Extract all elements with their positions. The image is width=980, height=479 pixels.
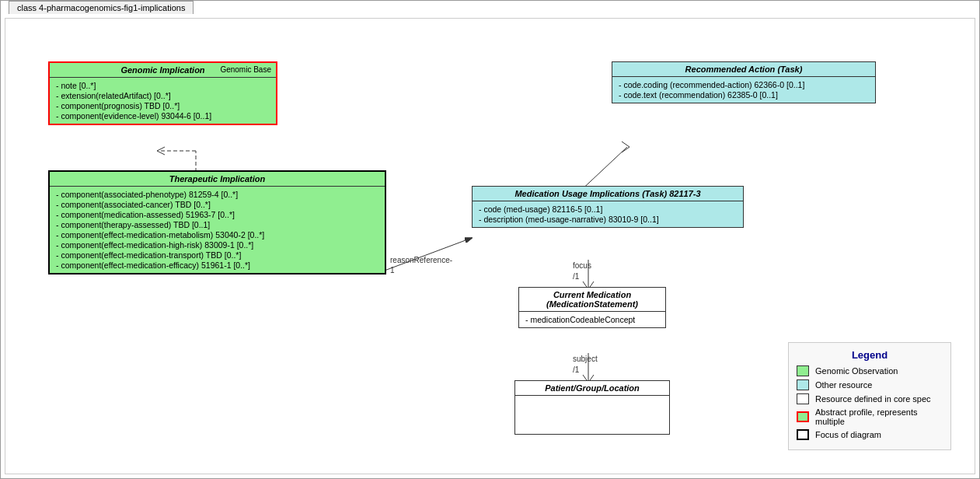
legend-white-box (797, 393, 809, 404)
genomic-item-1: note [0..*] (56, 81, 270, 90)
legend-focus-label: Focus of diagram (815, 430, 881, 439)
focus-label: focus (573, 261, 591, 270)
medication-item-2: description (med-usage-narrative) 83010-… (479, 215, 737, 224)
genomic-implication-body: note [0..*] extension(relatedArtifact) [… (50, 78, 276, 124)
diagram-container: class 4-pharmacogenomics-fig1-implicatio… (0, 0, 980, 479)
legend-other-label: Other resource (815, 380, 872, 390)
genomic-item-3: component(prognosis) TBD [0..*] (56, 101, 270, 110)
medication-usage-box: Medication Usage Implications (Task) 821… (472, 186, 744, 228)
therapeutic-item-3: component(medication-assessed) 51963-7 [… (56, 210, 378, 219)
therapeutic-item-1: component(associated-phenotype) 81259-4 … (56, 190, 378, 199)
subject-label: subject (573, 355, 598, 363)
current-medication-box: Current Medication(MedicationStatement) … (518, 287, 666, 328)
diagram-tab[interactable]: class 4-pharmacogenomics-fig1-implicatio… (9, 1, 194, 14)
legend-item-genomic: Genomic Observation (797, 365, 943, 376)
medication-usage-body: code (med-usage) 82116-5 [0..1] descript… (473, 201, 743, 227)
genomic-implication-header: Genomic Base Genomic Implication (50, 63, 276, 78)
therapeutic-item-6: component(effect-medication-high-risk) 8… (56, 240, 378, 250)
therapeutic-implication-box: Therapeutic Implication component(associ… (48, 170, 386, 274)
therapeutic-item-2: component(associated-cancer) TBD [0..*] (56, 200, 378, 209)
genomic-item-4: component(evidence-level) 93044-6 [0..1] (56, 111, 270, 121)
legend-core-label: Resource defined in core spec (815, 394, 931, 404)
genomic-item-2: extension(relatedArtifact) [0..*] (56, 91, 270, 100)
therapeutic-item-7: component(effect-medication-transport) T… (56, 250, 378, 260)
patient-header: Patient/Group/Location (515, 381, 669, 396)
patient-body (515, 396, 669, 431)
legend-item-other: Other resource (797, 379, 943, 390)
legend-genomic-label: Genomic Observation (815, 366, 898, 376)
legend-green-box (797, 365, 809, 376)
legend: Legend Genomic Observation Other resourc… (788, 342, 951, 450)
therapeutic-item-5: component(effect-medication-metabolism) … (56, 230, 378, 240)
legend-title: Legend (797, 349, 943, 361)
therapeutic-item-4: component(therapy-assessed) TBD [0..1] (56, 220, 378, 229)
legend-red-box (797, 411, 809, 422)
patient-box: Patient/Group/Location (514, 380, 670, 435)
current-medication-body: medicationCodeableConcept (519, 312, 665, 327)
genomic-base-label: Genomic Base (220, 65, 271, 74)
legend-thick-box (797, 429, 809, 440)
recommended-item-1: code.coding (recommended-action) 62366-0… (619, 80, 869, 89)
recommended-action-box: Recommended Action (Task) code.coding (r… (612, 61, 876, 103)
legend-item-abstract: Abstract profile, represents multiple (797, 407, 943, 426)
medication-statement-item-1: medicationCodeableConcept (525, 315, 659, 324)
diagram-inner: Genomic Base Genomic Implication note [0… (5, 18, 975, 474)
medication-usage-header: Medication Usage Implications (Task) 821… (473, 187, 743, 201)
therapeutic-implication-body: component(associated-phenotype) 81259-4 … (50, 187, 385, 273)
legend-item-focus: Focus of diagram (797, 429, 943, 440)
focus-1-label: /1 (573, 272, 579, 281)
legend-cyan-box (797, 379, 809, 390)
medication-item-1: code (med-usage) 82116-5 [0..1] (479, 205, 737, 214)
genomic-implication-title: Genomic Implication (120, 65, 204, 75)
legend-abstract-label: Abstract profile, represents multiple (815, 407, 943, 426)
subject-1-label: /1 (573, 365, 579, 374)
svg-line-7 (382, 238, 472, 271)
recommended-action-header: Recommended Action (Task) (612, 62, 875, 77)
recommended-action-body: code.coding (recommended-action) 62366-0… (612, 77, 875, 103)
legend-item-core: Resource defined in core spec (797, 393, 943, 404)
current-medication-header: Current Medication(MedicationStatement) (519, 288, 665, 312)
recommended-item-2: code.text (recommendation) 62385-0 [0..1… (619, 90, 869, 100)
genomic-implication-box: Genomic Base Genomic Implication note [0… (48, 61, 277, 125)
reason-1-label: 1 (390, 266, 395, 274)
therapeutic-item-8: component(effect-medication-efficacy) 51… (56, 260, 378, 270)
reason-reference-label: reasonReference- (390, 256, 452, 264)
therapeutic-implication-header: Therapeutic Implication (50, 172, 385, 187)
